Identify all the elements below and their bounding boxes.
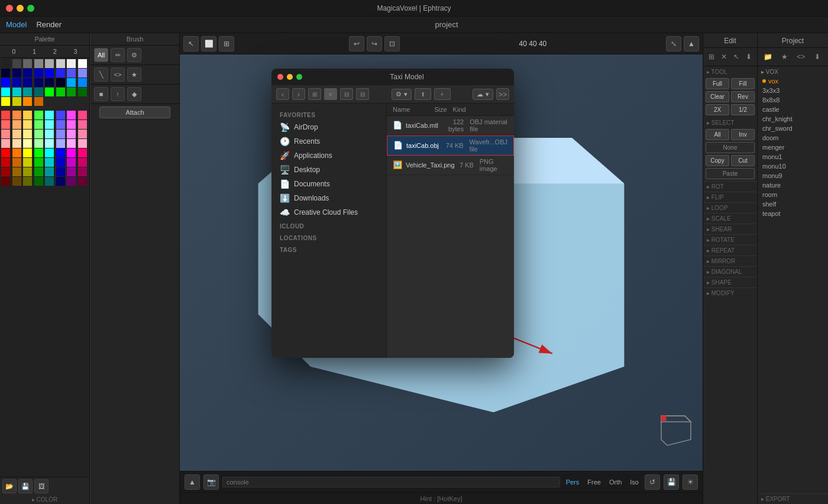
color-cell[interactable]: [12, 120, 21, 129]
close-button[interactable]: [6, 5, 13, 12]
color-cell[interactable]: [56, 69, 65, 77]
palette-save-btn[interactable]: 💾: [18, 479, 33, 493]
edit-collapsible-section[interactable]: ▸ FLIP: [703, 192, 757, 202]
fd-sidebar-creative-cloud[interactable]: ☁️ Creative Cloud Files: [271, 205, 386, 219]
edit-collapsible-section[interactable]: ▸ ROT: [703, 181, 757, 192]
redo-btn[interactable]: ↪: [367, 36, 382, 51]
color-cell[interactable]: [23, 78, 32, 87]
color-cell[interactable]: [1, 158, 10, 167]
view-pers-btn[interactable]: Pers: [564, 477, 582, 487]
edit-icon-cross[interactable]: ✕: [718, 50, 730, 63]
color-cell[interactable]: [34, 111, 43, 119]
edit-collapsible-section[interactable]: ▸ SCALE: [703, 213, 757, 224]
color-cell[interactable]: [23, 59, 32, 68]
paste-btn[interactable]: Paste: [706, 168, 755, 179]
edit-collapsible-section[interactable]: ▸ SHAPE: [703, 277, 757, 287]
proj-icon-code[interactable]: <>: [794, 50, 807, 63]
project-list-item[interactable]: chr_knight: [758, 114, 828, 124]
color-cell[interactable]: [78, 120, 87, 129]
view-cube[interactable]: [649, 404, 697, 453]
color-cell[interactable]: [34, 120, 43, 129]
menu-render[interactable]: Render: [36, 20, 62, 29]
edit-collapsible-section[interactable]: ▸ DIAGONAL: [703, 266, 757, 277]
project-list-item[interactable]: menger: [758, 143, 828, 152]
color-cell[interactable]: [23, 111, 32, 119]
color-cell[interactable]: [67, 148, 76, 157]
color-cell[interactable]: [34, 139, 43, 148]
color-cell[interactable]: [23, 130, 32, 138]
color-cell[interactable]: [78, 158, 87, 167]
color-cell[interactable]: [34, 88, 43, 96]
brush-gem-btn[interactable]: ◆: [127, 87, 141, 101]
color-cell[interactable]: [12, 88, 21, 96]
brush-star-btn[interactable]: ★: [127, 67, 141, 82]
color-cell[interactable]: [45, 120, 54, 129]
color-cell[interactable]: [45, 59, 54, 68]
camera-toggle-btn[interactable]: ▲: [185, 474, 200, 490]
color-cell[interactable]: [23, 69, 32, 77]
color-cell[interactable]: [56, 111, 65, 119]
color-cell[interactable]: [78, 78, 87, 87]
color-cell[interactable]: [23, 88, 32, 96]
proj-icon-down[interactable]: ⬇: [811, 50, 824, 63]
project-list-item[interactable]: chr_sword: [758, 124, 828, 133]
color-cell[interactable]: [67, 78, 76, 87]
inv-btn[interactable]: Inv: [731, 129, 755, 140]
color-cell[interactable]: [56, 88, 65, 96]
color-cell[interactable]: [1, 139, 10, 148]
color-cell[interactable]: [67, 177, 76, 186]
color-cell[interactable]: [23, 177, 32, 186]
color-cell[interactable]: [67, 88, 76, 96]
color-cell[interactable]: [1, 177, 10, 186]
project-list-item[interactable]: monu10: [758, 161, 828, 171]
edit-collapsible-section[interactable]: ▸ MODIFY: [703, 287, 757, 298]
fill-btn[interactable]: Fill: [731, 78, 755, 89]
fd-forward-btn[interactable]: ›: [292, 88, 305, 100]
fd-back-btn[interactable]: ‹: [276, 88, 289, 100]
color-cell[interactable]: [45, 148, 54, 157]
project-list-item[interactable]: doom: [758, 133, 828, 143]
fd-sidebar-airdrop[interactable]: 📡 AirDrop: [271, 120, 386, 134]
view-free-btn[interactable]: Free: [585, 477, 603, 487]
color-cell[interactable]: [1, 111, 10, 119]
color-cell[interactable]: [56, 158, 65, 167]
color-cell[interactable]: [23, 167, 32, 176]
color-cell[interactable]: [23, 148, 32, 157]
edit-collapsible-section[interactable]: ▸ ROTATE: [703, 234, 757, 245]
select-rect-btn[interactable]: ⬜: [201, 36, 216, 51]
color-cell[interactable]: [34, 130, 43, 138]
edit-collapsible-section[interactable]: ▸ REPEAT: [703, 245, 757, 256]
reset-view-btn[interactable]: ↺: [645, 474, 660, 490]
project-list-item[interactable]: monu9: [758, 171, 828, 180]
color-cell[interactable]: [1, 120, 10, 129]
color-cell[interactable]: [45, 69, 54, 77]
project-list-item[interactable]: monu1: [758, 152, 828, 161]
color-cell[interactable]: [56, 177, 65, 186]
copy-btn[interactable]: Copy: [706, 155, 729, 166]
color-cell[interactable]: [78, 111, 87, 119]
palette-img-btn[interactable]: 🖼: [34, 479, 48, 493]
color-cell[interactable]: [45, 139, 54, 148]
color-cell[interactable]: [67, 130, 76, 138]
fd-file-row-png[interactable]: 🖼️ Vehicle_Taxi.png 7 KB PNG image: [387, 156, 514, 175]
project-list-item[interactable]: teapot: [758, 209, 828, 218]
edit-icon-down[interactable]: ⬇: [742, 50, 755, 63]
fd-icon-view-btn[interactable]: ⊞: [308, 88, 321, 100]
color-cell[interactable]: [34, 158, 43, 167]
edit-icon-grid[interactable]: ⊞: [706, 50, 718, 63]
color-cell[interactable]: [78, 59, 87, 68]
minimize-button[interactable]: [17, 5, 24, 12]
proj-icon-folder[interactable]: 📁: [762, 50, 775, 63]
attach-button[interactable]: Attach: [99, 106, 170, 118]
console-input[interactable]: [222, 477, 560, 487]
project-list-item[interactable]: shelf: [758, 199, 828, 209]
color-cell[interactable]: [34, 69, 43, 77]
color-cell[interactable]: [34, 177, 43, 186]
clear-btn[interactable]: Clear: [706, 91, 729, 102]
maximize-button[interactable]: [27, 5, 34, 12]
fd-share-btn[interactable]: ⬆: [415, 88, 431, 100]
proj-icon-star[interactable]: ★: [778, 50, 791, 63]
select-grid-btn[interactable]: ⊞: [219, 36, 234, 51]
color-cell[interactable]: [12, 59, 21, 68]
color-cell[interactable]: [12, 148, 21, 157]
